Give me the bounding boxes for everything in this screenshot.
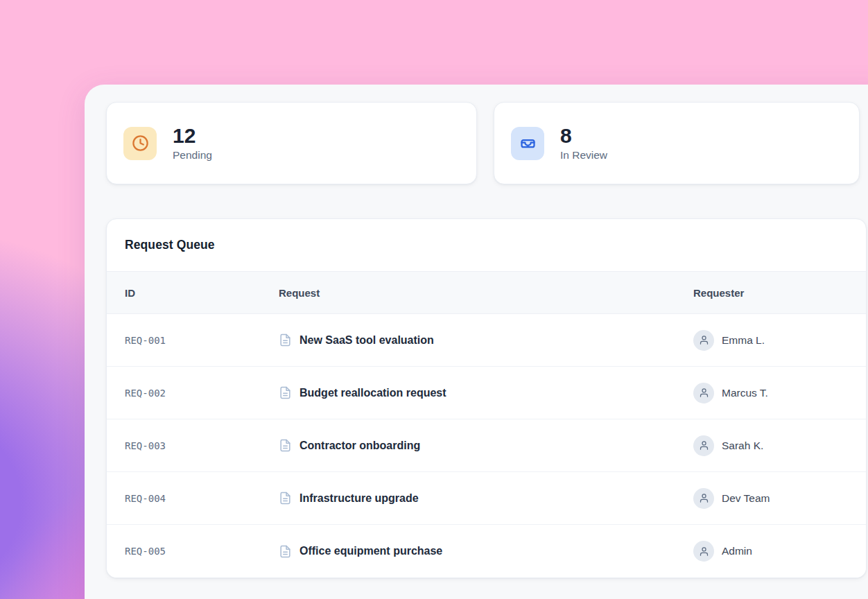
request-id: REQ-003 (125, 440, 279, 451)
request-cell: New SaaS tool evaluation (279, 333, 693, 347)
pending-stat-text: 12 Pending (173, 125, 212, 162)
table-row[interactable]: REQ-001 New SaaS tool evaluation Emma L. (107, 314, 866, 367)
request-title: Contractor onboarding (300, 440, 420, 452)
table-row[interactable]: REQ-005 Office equipment purchase Admin (107, 525, 866, 578)
stats-row: 12 Pending 8 In Review (106, 102, 860, 184)
requester-name: Sarah K. (722, 440, 763, 452)
requester-name: Marcus T. (722, 387, 768, 399)
table-title-bar: Request Queue (107, 219, 866, 271)
user-avatar (693, 330, 714, 351)
in-review-label: In Review (560, 149, 607, 162)
requester-name: Admin (722, 545, 752, 557)
user-avatar (693, 488, 714, 509)
in-review-stat-text: 8 In Review (560, 125, 607, 162)
request-cell: Budget reallocation request (279, 386, 693, 399)
requester-cell: Sarah K. (693, 435, 866, 456)
table-row[interactable]: REQ-002 Budget reallocation request Marc… (107, 367, 866, 419)
in-review-count: 8 (560, 125, 607, 147)
request-title: Office equipment purchase (300, 545, 442, 557)
column-header-requester: Requester (693, 287, 866, 299)
table-body: REQ-001 New SaaS tool evaluation Emma L. (107, 314, 866, 578)
file-text-icon (279, 386, 292, 399)
request-title: New SaaS tool evaluation (300, 334, 434, 347)
inbox-icon (511, 127, 544, 160)
requester-name: Dev Team (722, 492, 770, 505)
requester-name: Emma L. (722, 334, 765, 347)
user-avatar (693, 541, 714, 562)
pending-label: Pending (173, 149, 212, 162)
request-cell: Infrastructure upgrade (279, 492, 693, 505)
user-avatar (693, 383, 714, 403)
clock-icon (123, 127, 157, 160)
requester-cell: Emma L. (693, 330, 866, 351)
file-text-icon (279, 545, 292, 558)
file-text-icon (279, 439, 292, 452)
column-header-request: Request (279, 287, 693, 299)
stat-card-in-review: 8 In Review (494, 102, 860, 184)
requester-cell: Admin (693, 541, 866, 562)
request-id: REQ-005 (125, 546, 279, 557)
table-row[interactable]: REQ-003 Contractor onboarding Sarah K. (107, 419, 866, 472)
file-text-icon (279, 333, 292, 347)
stat-card-pending: 12 Pending (106, 102, 477, 184)
table-row[interactable]: REQ-004 Infrastructure upgrade Dev Team (107, 472, 866, 525)
dashboard-panel: 12 Pending 8 In Review Request Queue ID … (85, 85, 868, 599)
request-cell: Contractor onboarding (279, 439, 693, 452)
file-text-icon (279, 492, 292, 505)
request-title: Budget reallocation request (300, 387, 446, 399)
table-header-row: ID Request Requester (107, 271, 866, 314)
requester-cell: Dev Team (693, 488, 866, 509)
requester-cell: Marcus T. (693, 383, 866, 403)
request-title: Infrastructure upgrade (300, 492, 419, 505)
pending-count: 12 (173, 125, 212, 147)
user-avatar (693, 435, 714, 456)
column-header-id: ID (125, 287, 279, 299)
table-title: Request Queue (125, 238, 215, 252)
request-queue-card: Request Queue ID Request Requester REQ-0… (106, 218, 867, 578)
request-id: REQ-004 (125, 493, 279, 504)
request-id: REQ-001 (125, 335, 279, 346)
request-id: REQ-002 (125, 388, 279, 399)
request-cell: Office equipment purchase (279, 545, 693, 558)
